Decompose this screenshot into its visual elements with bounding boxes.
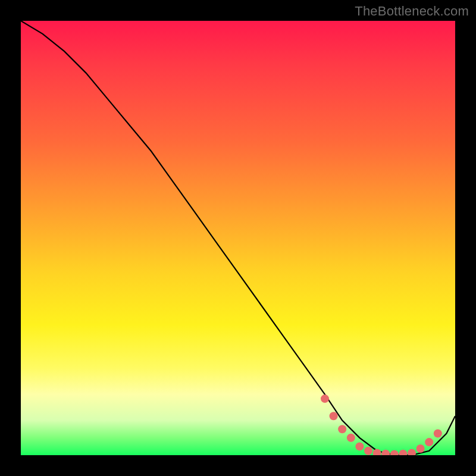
data-marker — [416, 444, 425, 453]
data-marker — [321, 394, 329, 403]
data-marker — [338, 425, 346, 433]
data-marker — [381, 450, 390, 455]
data-marker — [425, 438, 433, 446]
data-marker — [364, 447, 372, 455]
data-marker — [399, 450, 407, 455]
watermark-text: TheBottleneck.com — [355, 4, 469, 19]
bottleneck-curve — [21, 21, 455, 455]
data-marker — [408, 449, 416, 455]
plot-area — [21, 21, 455, 455]
data-marker — [347, 434, 355, 442]
chart-frame: TheBottleneck.com — [0, 0, 476, 476]
chart-svg — [21, 21, 455, 455]
data-marker — [330, 412, 338, 420]
data-marker — [373, 449, 381, 455]
data-marker — [434, 430, 442, 438]
data-marker — [390, 450, 399, 456]
data-marker — [355, 442, 364, 450]
marker-group — [321, 394, 442, 455]
